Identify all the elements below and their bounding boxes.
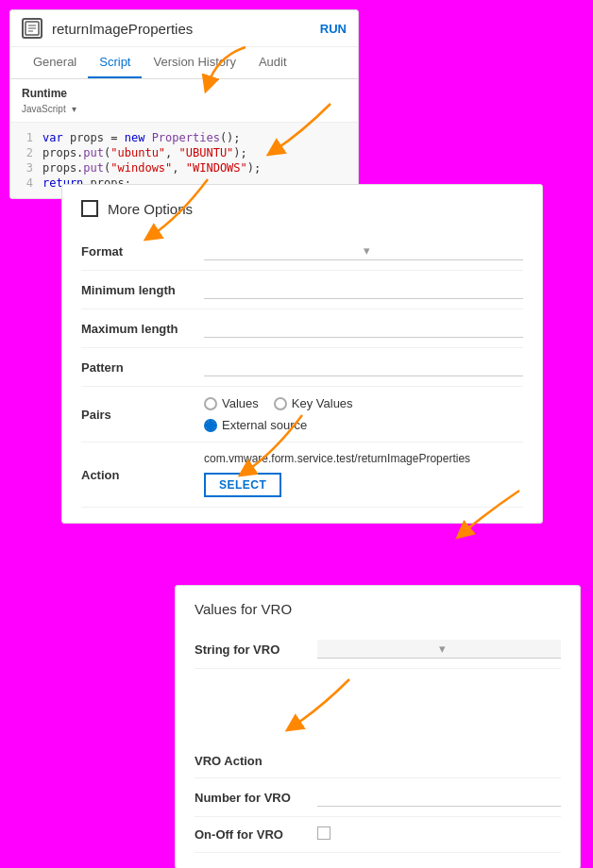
pairs-keyvalues-option[interactable]: Key Values <box>274 396 353 410</box>
runtime-value: JavaScript <box>22 104 66 114</box>
number-vro-control <box>317 788 561 807</box>
tab-general[interactable]: General <box>22 47 88 78</box>
format-label: Format <box>81 244 204 259</box>
max-length-input[interactable] <box>204 319 523 338</box>
app-title: returnImageProperties <box>52 21 311 37</box>
on-off-vro-control <box>317 826 561 843</box>
pattern-input[interactable] <box>204 358 523 376</box>
code-text-1: var props = new Properties(); <box>42 131 241 144</box>
pairs-control: Values Key Values External source <box>204 396 523 432</box>
top-header: returnImageProperties RUN <box>10 10 358 47</box>
action-label: Action <box>81 468 204 482</box>
run-button[interactable]: RUN <box>320 22 347 36</box>
app-icon <box>22 18 42 39</box>
pairs-external-option[interactable]: External source <box>204 418 307 432</box>
tab-script[interactable]: Script <box>88 47 142 78</box>
vro-action-label: VRO Action <box>195 754 317 768</box>
pairs-external-radio[interactable] <box>204 419 217 432</box>
code-line-1: 1 var props = new Properties(); <box>10 130 358 145</box>
tab-audit[interactable]: Audit <box>247 47 298 78</box>
runtime-select[interactable]: JavaScript ▾ <box>22 104 347 114</box>
on-off-vro-row: On-Off for VRO <box>195 817 561 853</box>
line-num-2: 2 <box>18 146 33 159</box>
pairs-external-label: External source <box>222 418 307 432</box>
runtime-dropdown-arrow[interactable]: ▾ <box>72 104 76 114</box>
pattern-label: Pattern <box>81 360 204 375</box>
pairs-keyvalues-label: Key Values <box>292 396 353 410</box>
pairs-values-label: Values <box>222 396 259 410</box>
more-options-checkbox[interactable] <box>81 200 98 217</box>
line-num-4: 4 <box>18 176 33 190</box>
action-value: com.vmware.form.service.test/returnImage… <box>204 452 523 465</box>
runtime-label: Runtime <box>22 87 347 100</box>
on-off-vro-label: On-Off for VRO <box>195 827 317 842</box>
on-off-checkbox[interactable] <box>317 826 330 840</box>
max-length-label: Maximum length <box>81 322 204 336</box>
vro-title: Values for VRO <box>195 601 561 617</box>
pairs-values-option[interactable]: Values <box>204 396 259 410</box>
max-length-row: Maximum length <box>81 309 523 348</box>
min-length-control <box>204 280 523 299</box>
pairs-row: Pairs Values Key Values Externa <box>81 387 523 442</box>
vro-action-row: VRO Action <box>195 744 561 778</box>
format-control: ▾ <box>204 242 523 260</box>
code-line-2: 2 props.put("ubuntu", "UBUNTU"); <box>10 145 358 160</box>
more-options-panel: More Options Format ▾ Minimum length Max… <box>61 184 543 524</box>
tab-bar: General Script Version History Audit <box>10 47 358 79</box>
min-length-label: Minimum length <box>81 283 204 297</box>
code-line-3: 3 props.put("windows", "WINDOWS"); <box>10 160 358 175</box>
more-options-title: More Options <box>108 201 193 217</box>
pattern-control <box>204 358 523 376</box>
top-panel: returnImageProperties RUN General Script… <box>9 9 359 199</box>
more-options-header: More Options <box>81 200 523 217</box>
string-vro-dropdown[interactable]: ▾ <box>317 640 561 659</box>
min-length-input[interactable] <box>204 280 523 299</box>
code-text-3: props.put("windows", "WINDOWS"); <box>42 161 261 175</box>
line-num-1: 1 <box>18 131 33 144</box>
min-length-row: Minimum length <box>81 271 523 309</box>
string-vro-label: String for VRO <box>195 643 317 657</box>
action-control: com.vmware.form.service.test/returnImage… <box>204 452 523 497</box>
number-vro-input[interactable] <box>317 788 561 807</box>
action-row: Action com.vmware.form.service.test/retu… <box>81 442 523 508</box>
pattern-row: Pattern <box>81 348 523 387</box>
pairs-radio-group: Values Key Values External source <box>204 396 523 432</box>
pairs-values-radio[interactable] <box>204 397 217 410</box>
string-vro-arrow-icon: ▾ <box>439 642 557 656</box>
number-vro-row: Number for VRO <box>195 778 561 817</box>
format-row: Format ▾ <box>81 232 523 271</box>
vro-panel: Values for VRO String for VRO ▾ UBUNTU W… <box>175 585 581 868</box>
number-vro-label: Number for VRO <box>195 791 317 805</box>
code-text-2: props.put("ubuntu", "UBUNTU"); <box>42 146 247 159</box>
format-arrow-icon: ▾ <box>364 243 523 258</box>
select-button[interactable]: SELECT <box>204 473 281 497</box>
line-num-3: 3 <box>18 161 33 175</box>
pairs-label: Pairs <box>81 408 204 422</box>
string-vro-control: ▾ UBUNTU WINDOWS <box>317 640 561 659</box>
pairs-radio-row-1: Values Key Values <box>204 396 523 410</box>
pairs-radio-row-2: External source <box>204 418 523 432</box>
runtime-section: Runtime JavaScript ▾ <box>10 79 358 123</box>
pairs-keyvalues-radio[interactable] <box>274 397 287 410</box>
tab-version-history[interactable]: Version History <box>142 47 246 78</box>
format-select[interactable]: ▾ <box>204 242 523 260</box>
max-length-control <box>204 319 523 338</box>
string-vro-row: String for VRO ▾ UBUNTU WINDOWS <box>195 630 561 669</box>
